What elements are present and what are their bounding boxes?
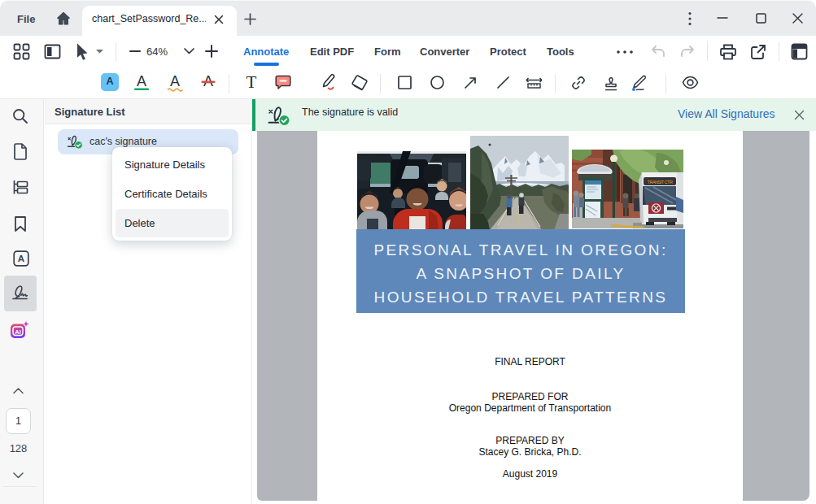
svg-text:A: A bbox=[18, 254, 24, 263]
svg-text:A: A bbox=[203, 73, 213, 89]
svg-text:AI: AI bbox=[15, 328, 21, 336]
svg-text:A: A bbox=[137, 73, 146, 89]
svg-text:TRANSIT CTR: TRANSIT CTR bbox=[648, 180, 673, 185]
svg-text:A: A bbox=[170, 73, 180, 89]
svg-text:T: T bbox=[247, 72, 257, 92]
